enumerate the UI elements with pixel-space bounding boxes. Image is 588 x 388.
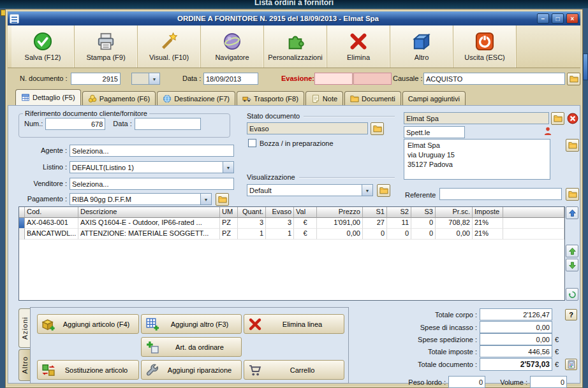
venditore-input[interactable] [70,178,234,190]
pagamento-dropdown[interactable] [201,193,212,205]
fornitore-name-input[interactable] [404,112,549,124]
folder-icon [554,114,562,123]
causale-input[interactable] [423,73,565,85]
col-cod[interactable]: Cod. [25,207,78,218]
visualizzazione-dropdown[interactable] [362,184,373,196]
fornitore-address-box[interactable]: Elmat Spa via Uruguay 15 35127 Padova [404,139,550,180]
cell-s2: 11 [387,218,411,229]
totale-imposte-input[interactable] [480,345,552,357]
visualizzazione-folder-button[interactable] [377,184,390,197]
referente-input[interactable] [439,188,562,200]
col-prsc[interactable]: Pr.sc. [436,207,473,218]
close-button[interactable]: × [566,13,578,24]
totale-corpo-input[interactable] [480,308,552,320]
spese-spedizione-label: Spese spedizione : [364,336,477,343]
col-imposte[interactable]: Imposte [473,207,503,218]
delete-button[interactable]: Elimina [327,25,390,68]
preview-button[interactable]: Visual. (F10) [138,25,201,68]
col-prezzo[interactable]: Prezzo [317,207,363,218]
move-down-button[interactable] [566,259,578,271]
totale-documento-input[interactable] [480,358,552,371]
pagamento-input[interactable] [70,193,201,205]
listino-dropdown[interactable] [223,161,234,173]
evasione-input-1[interactable] [314,73,353,85]
folder-icon [568,190,577,199]
tab-documenti[interactable]: Documenti [344,91,401,105]
rif-num-input[interactable] [45,118,105,130]
print-button[interactable]: Stampa (F9) [75,25,138,68]
maximize-button[interactable]: □ [552,13,564,24]
col-s1[interactable]: S1 [363,207,387,218]
window-titlebar[interactable]: ORDINE A FORNITORE N. 2915 del 18/09/201… [8,11,580,25]
peso-lordo-input[interactable] [448,376,485,388]
referente-folder-button[interactable] [566,188,579,201]
tab-note[interactable]: Note [305,91,343,105]
stato-input[interactable] [247,122,368,134]
salutation-input[interactable] [404,126,465,138]
background-window-titlebar[interactable]: Lista ordini a fornitori [0,0,588,8]
pagamento-folder-button[interactable] [216,193,229,206]
cell-quant: 1 [238,229,266,240]
refresh-button[interactable] [566,288,578,301]
add-other-button[interactable]: Aggiungi altro (F3) [141,314,242,334]
add-article-button[interactable]: Aggiungi articolo (F4) [37,314,139,334]
articles-to-order-button[interactable]: Art. da ordinare [141,337,242,357]
tab-campi-aggiuntivi[interactable]: Campi aggiuntivi [402,91,466,105]
move-up-button[interactable] [566,245,578,257]
tab-pagamento[interactable]: Pagamento (F6) [82,91,156,105]
tab-dettaglio[interactable]: Dettaglio (F5) [15,89,81,105]
green-up-arrow-icon [568,247,577,255]
grid-row-2[interactable]: BANCATWDL... ATTENZIONE: MATERIALE SOGGE… [19,229,564,240]
background-scrollbar[interactable] [583,54,588,80]
data-input[interactable] [203,73,258,85]
rif-data-input[interactable] [135,118,201,130]
rif-data-label: Data : [113,118,131,130]
move-top-button[interactable] [566,206,578,219]
recycle-icon [568,291,577,299]
col-val[interactable]: Val [294,207,317,218]
stato-folder-button[interactable] [371,122,384,135]
visualizzazione-input[interactable] [247,184,362,196]
col-s2[interactable]: S2 [387,207,411,218]
grid-row-1[interactable]: AX-0463-001 AXIS Q1604-E - Outdoor, IP66… [19,218,564,229]
spese-incasso-input[interactable] [480,321,552,333]
volume-input[interactable] [530,376,567,388]
fornitore-remove-button[interactable] [566,112,579,125]
other-button[interactable]: Altro [390,25,453,68]
bozza-checkbox[interactable] [248,139,256,147]
n-documento-input[interactable] [71,73,121,85]
col-um[interactable]: UM [220,207,238,218]
evasione-input-2[interactable] [353,73,392,85]
substitute-article-button[interactable]: Sostituzione articolo [37,360,139,380]
vertical-tab-altro[interactable]: Altro [18,349,30,381]
cart-button[interactable]: Carrello [244,360,344,380]
minimize-button[interactable]: − [537,13,549,24]
spese-spedizione-input[interactable] [480,333,552,345]
visualizzazione-group-label: Visualizzazione [247,173,395,181]
exit-button[interactable]: Uscita (ESC) [453,25,517,68]
tab-trasporto[interactable]: Trasporto (F8) [237,91,304,105]
doc-type-dropdown[interactable] [149,73,160,85]
contact-button[interactable] [543,126,554,137]
customizations-button[interactable]: Personalizzazioni [264,25,327,68]
fornitore-folder-button[interactable] [551,112,564,125]
listino-input[interactable] [70,161,223,173]
tab-destinazione[interactable]: Destinazione (F7) [157,91,235,105]
col-quant[interactable]: Quant. [238,207,266,218]
folder-icon [570,75,578,83]
navigator-button[interactable]: Navigatore [201,25,264,68]
vertical-tab-azioni[interactable]: Azioni [18,308,30,348]
col-descrizione[interactable]: Descrizione [78,207,220,218]
address-folder-button[interactable] [566,139,579,152]
recalculate-button[interactable] [565,359,577,370]
col-s3[interactable]: S3 [411,207,436,218]
delete-line-button[interactable]: Elimina linea [244,314,344,334]
add-repair-button[interactable]: Aggiungi riparazione [141,360,242,380]
causale-folder-button[interactable] [567,73,580,85]
agente-input[interactable] [70,145,234,157]
col-evaso[interactable]: Evaso [266,207,294,218]
doc-suffix-input[interactable] [131,73,149,85]
save-button[interactable]: Salva (F12) [11,25,75,68]
document-header-row: N. documento : Data : Evasione: Causale … [8,68,580,89]
help-button[interactable]: ? [565,309,577,320]
